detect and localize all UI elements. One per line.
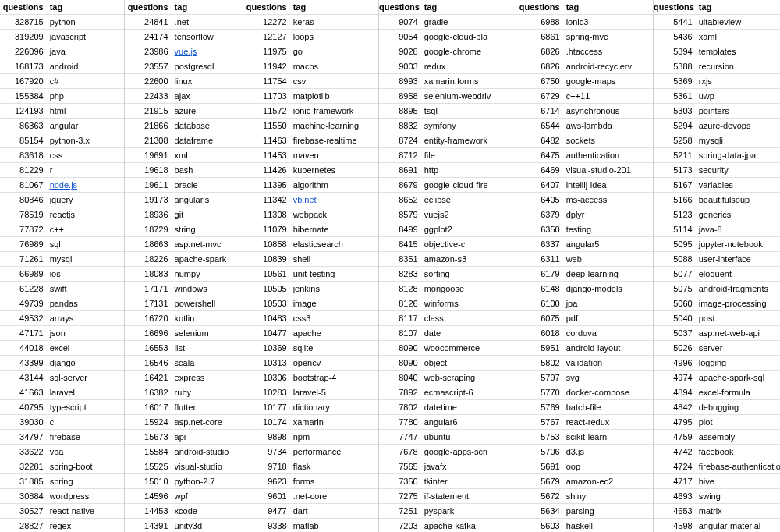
questions-cell[interactable]: 81067 (0, 178, 47, 192)
questions-cell[interactable]: 9477 (243, 504, 290, 518)
table-row[interactable]: 5691oop (516, 459, 653, 474)
tag-cell[interactable]: angular (47, 119, 124, 133)
tag-cell[interactable]: angular5 (563, 237, 653, 251)
tag-cell[interactable]: forms (290, 474, 378, 488)
tag-cell[interactable]: javascript (47, 30, 124, 44)
table-row[interactable]: 11550machine-learning (243, 119, 378, 133)
questions-cell[interactable]: 71261 (0, 252, 47, 266)
table-row[interactable]: 18226apache-spark (125, 252, 243, 267)
tag-cell[interactable]: .net (172, 15, 243, 29)
table-row[interactable]: 5294azure-devops (654, 119, 780, 133)
tag-cell[interactable]: spring-mvc (563, 30, 653, 44)
tag-cell[interactable]: objective-c (421, 237, 516, 251)
table-row[interactable]: 39030c (0, 415, 124, 430)
table-row[interactable]: 12272keras (243, 15, 378, 30)
table-row[interactable]: 5258mysqli (654, 133, 780, 148)
tag-cell[interactable]: git (172, 207, 243, 222)
questions-cell[interactable]: 5767 (516, 415, 563, 429)
tag-cell[interactable]: matlab (290, 519, 378, 532)
tag-cell[interactable]: angular-material (696, 519, 780, 532)
questions-cell[interactable]: 6311 (516, 252, 563, 266)
questions-cell[interactable]: 31885 (0, 474, 47, 488)
table-row[interactable]: 8126winforms (379, 296, 516, 311)
table-row[interactable]: 6148django-models (516, 282, 653, 296)
questions-cell[interactable]: 16382 (125, 385, 172, 399)
table-row[interactable]: 5394templates (654, 44, 780, 59)
table-row[interactable]: 226096java (0, 44, 124, 59)
questions-cell[interactable]: 15924 (125, 415, 172, 429)
table-row[interactable]: 5075android-fragments (654, 282, 780, 296)
table-row[interactable]: 6018cordova (516, 326, 653, 341)
table-row[interactable]: 16546scala (125, 356, 243, 371)
tag-cell[interactable]: powershell (172, 296, 243, 310)
tag-cell[interactable]: google-chrome (421, 44, 516, 59)
table-row[interactable]: 5095jupyter-notebook (654, 237, 780, 252)
table-row[interactable]: 8691http (379, 163, 516, 178)
questions-cell[interactable]: 4842 (654, 400, 696, 414)
tag-cell[interactable]: datetime (421, 400, 516, 414)
table-row[interactable]: 21915azure (125, 104, 243, 119)
table-row[interactable]: 7802datetime (379, 400, 516, 415)
questions-cell[interactable]: 66989 (0, 267, 47, 281)
questions-cell[interactable]: 6861 (516, 30, 563, 44)
questions-cell[interactable]: 24174 (125, 30, 172, 44)
table-row[interactable]: 6475authentication (516, 148, 653, 163)
table-row[interactable]: 328715python (0, 15, 124, 30)
tag-cell[interactable]: loops (290, 30, 378, 44)
tag-cell[interactable]: unit-testing (290, 267, 378, 281)
questions-cell[interactable]: 7275 (379, 489, 421, 503)
questions-cell[interactable]: 14453 (125, 504, 172, 518)
questions-cell[interactable]: 5166 (654, 193, 696, 207)
questions-cell[interactable]: 21915 (125, 104, 172, 118)
questions-cell[interactable]: 28827 (0, 519, 47, 532)
tag-cell[interactable]: django-models (563, 282, 653, 296)
tag-cell[interactable]: beautifulsoup (696, 193, 780, 207)
tag-cell[interactable]: android-recyclerv (563, 59, 653, 73)
questions-cell[interactable]: 83618 (0, 148, 47, 162)
table-row[interactable]: 81229r (0, 163, 124, 178)
questions-cell[interactable]: 8691 (379, 163, 421, 177)
questions-cell[interactable]: 19691 (125, 148, 172, 162)
table-row[interactable]: 124193html (0, 104, 124, 119)
table-row[interactable]: 43144sql-server (0, 371, 124, 385)
questions-cell[interactable]: 6714 (516, 104, 563, 118)
questions-cell[interactable]: 6018 (516, 326, 563, 340)
questions-cell[interactable]: 16720 (125, 311, 172, 325)
tag-cell[interactable]: database (172, 119, 243, 133)
tag-cell[interactable]: json (47, 326, 124, 340)
table-row[interactable]: 34797firebase (0, 430, 124, 445)
tag-cell[interactable]: selenium (172, 326, 243, 340)
table-row[interactable]: 11463firebase-realtime (243, 133, 378, 148)
table-row[interactable]: 86363angular (0, 119, 124, 133)
questions-cell[interactable]: 11463 (243, 133, 290, 147)
questions-cell[interactable]: 76989 (0, 237, 47, 251)
table-row[interactable]: 4742facebook (654, 445, 780, 459)
questions-cell[interactable]: 5769 (516, 400, 563, 414)
tag-cell[interactable]: npm (290, 430, 378, 444)
tag-cell[interactable]: android (47, 59, 124, 73)
questions-cell[interactable]: 4724 (654, 459, 696, 473)
tag-cell[interactable]: bash (172, 163, 243, 177)
table-row[interactable]: 10505jenkins (243, 282, 378, 296)
tag-cell[interactable]: webpack (290, 207, 378, 222)
tag-cell[interactable]: jupyter-notebook (696, 237, 780, 251)
tag-cell[interactable]: haskell (563, 519, 653, 532)
tag-cell[interactable]: jpa (563, 296, 653, 310)
table-row[interactable]: 8679google-cloud-fire (379, 178, 516, 193)
tag-cell[interactable]: rxjs (696, 74, 780, 88)
table-row[interactable]: 16696selenium (125, 326, 243, 341)
tag-cell[interactable]: matplotlib (290, 89, 378, 103)
questions-cell[interactable]: 12127 (243, 30, 290, 44)
tag-cell[interactable]: firebase-authentication (696, 459, 780, 473)
questions-cell[interactable]: 226096 (0, 44, 47, 59)
questions-cell[interactable]: 5679 (516, 474, 563, 488)
table-row[interactable]: 77872c++ (0, 222, 124, 237)
tag-cell[interactable]: svg (563, 371, 653, 385)
table-row[interactable]: 9074gradle (379, 15, 516, 30)
questions-cell[interactable]: 5797 (516, 371, 563, 385)
questions-cell[interactable]: 5770 (516, 385, 563, 399)
table-row[interactable]: 9338matlab (243, 519, 378, 532)
tag-cell[interactable]: uwp (696, 89, 780, 103)
questions-cell[interactable]: 22600 (125, 74, 172, 88)
table-row[interactable]: 14596wpf (125, 489, 243, 504)
